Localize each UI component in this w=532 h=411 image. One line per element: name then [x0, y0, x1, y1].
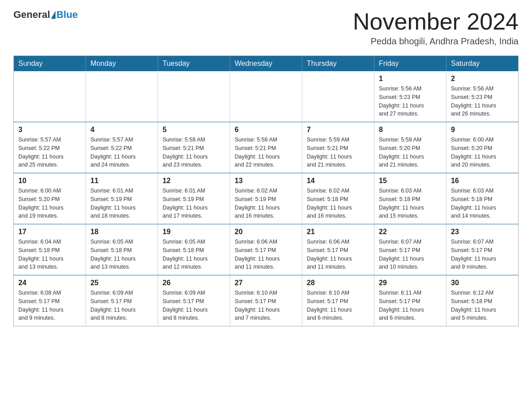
day-info: Sunrise: 6:00 AM Sunset: 5:20 PM Dayligh… — [18, 187, 81, 220]
day-number: 13 — [235, 177, 297, 185]
calendar-cell: 9Sunrise: 6:00 AM Sunset: 5:20 PM Daylig… — [446, 122, 519, 173]
day-number: 1 — [379, 75, 442, 83]
calendar-cell: 3Sunrise: 5:57 AM Sunset: 5:22 PM Daylig… — [14, 122, 86, 173]
day-info: Sunrise: 6:01 AM Sunset: 5:19 PM Dayligh… — [163, 187, 225, 220]
day-number: 28 — [307, 279, 369, 287]
calendar-cell: 11Sunrise: 6:01 AM Sunset: 5:19 PM Dayli… — [86, 173, 158, 224]
calendar-cell: 20Sunrise: 6:06 AM Sunset: 5:17 PM Dayli… — [230, 224, 302, 275]
calendar-cell: 5Sunrise: 5:58 AM Sunset: 5:21 PM Daylig… — [158, 122, 230, 173]
calendar-cell — [86, 71, 158, 122]
day-info: Sunrise: 6:05 AM Sunset: 5:18 PM Dayligh… — [90, 238, 153, 271]
day-number: 2 — [451, 75, 514, 83]
day-number: 9 — [451, 126, 514, 134]
day-info: Sunrise: 6:08 AM Sunset: 5:17 PM Dayligh… — [18, 289, 81, 322]
logo-general-text: General — [13, 9, 50, 21]
day-info: Sunrise: 6:07 AM Sunset: 5:17 PM Dayligh… — [451, 238, 514, 271]
calendar-week-row: 17Sunrise: 6:04 AM Sunset: 5:18 PM Dayli… — [14, 224, 519, 275]
calendar-cell: 26Sunrise: 6:09 AM Sunset: 5:17 PM Dayli… — [158, 275, 230, 326]
day-info: Sunrise: 6:10 AM Sunset: 5:17 PM Dayligh… — [235, 289, 297, 322]
weekday-header-saturday: Saturday — [446, 56, 519, 72]
weekday-header-monday: Monday — [86, 56, 158, 72]
day-number: 6 — [235, 126, 297, 134]
location-title: Pedda bhogili, Andhra Pradesh, India — [353, 36, 519, 47]
weekday-header-wednesday: Wednesday — [230, 56, 302, 72]
weekday-header-sunday: Sunday — [14, 56, 86, 72]
day-info: Sunrise: 6:02 AM Sunset: 5:19 PM Dayligh… — [235, 187, 297, 220]
day-info: Sunrise: 5:56 AM Sunset: 5:23 PM Dayligh… — [379, 85, 442, 118]
calendar-cell: 28Sunrise: 6:10 AM Sunset: 5:17 PM Dayli… — [302, 275, 374, 326]
weekday-header-friday: Friday — [374, 56, 446, 72]
calendar-week-row: 24Sunrise: 6:08 AM Sunset: 5:17 PM Dayli… — [14, 275, 519, 326]
logo-triangle-icon — [51, 11, 56, 19]
day-number: 27 — [235, 279, 297, 287]
day-number: 30 — [451, 279, 514, 287]
day-number: 17 — [18, 228, 81, 236]
weekday-header-tuesday: Tuesday — [158, 56, 230, 72]
day-number: 21 — [307, 228, 369, 236]
calendar-cell: 13Sunrise: 6:02 AM Sunset: 5:19 PM Dayli… — [230, 173, 302, 224]
day-number: 23 — [451, 228, 514, 236]
calendar-cell: 4Sunrise: 5:57 AM Sunset: 5:22 PM Daylig… — [86, 122, 158, 173]
calendar-cell — [230, 71, 302, 122]
day-number: 18 — [90, 228, 153, 236]
calendar-cell — [302, 71, 374, 122]
day-info: Sunrise: 6:07 AM Sunset: 5:17 PM Dayligh… — [379, 238, 442, 271]
calendar-cell: 19Sunrise: 6:05 AM Sunset: 5:18 PM Dayli… — [158, 224, 230, 275]
calendar-cell: 8Sunrise: 5:59 AM Sunset: 5:20 PM Daylig… — [374, 122, 446, 173]
day-number: 26 — [163, 279, 225, 287]
calendar-cell: 23Sunrise: 6:07 AM Sunset: 5:17 PM Dayli… — [446, 224, 519, 275]
day-number: 7 — [307, 126, 369, 134]
day-number: 19 — [163, 228, 225, 236]
calendar-cell: 6Sunrise: 5:58 AM Sunset: 5:21 PM Daylig… — [230, 122, 302, 173]
day-info: Sunrise: 6:04 AM Sunset: 5:18 PM Dayligh… — [18, 238, 81, 271]
day-info: Sunrise: 6:03 AM Sunset: 5:18 PM Dayligh… — [451, 187, 514, 220]
calendar-cell: 27Sunrise: 6:10 AM Sunset: 5:17 PM Dayli… — [230, 275, 302, 326]
day-number: 16 — [451, 177, 514, 185]
weekday-header-thursday: Thursday — [302, 56, 374, 72]
day-info: Sunrise: 5:59 AM Sunset: 5:21 PM Dayligh… — [307, 136, 369, 169]
day-info: Sunrise: 6:10 AM Sunset: 5:17 PM Dayligh… — [307, 289, 369, 322]
calendar-cell: 16Sunrise: 6:03 AM Sunset: 5:18 PM Dayli… — [446, 173, 519, 224]
calendar-week-row: 10Sunrise: 6:00 AM Sunset: 5:20 PM Dayli… — [14, 173, 519, 224]
day-number: 5 — [163, 126, 225, 134]
day-info: Sunrise: 6:01 AM Sunset: 5:19 PM Dayligh… — [90, 187, 153, 220]
day-number: 29 — [379, 279, 442, 287]
logo-blue-text: Blue — [56, 9, 78, 21]
calendar-cell: 21Sunrise: 6:06 AM Sunset: 5:17 PM Dayli… — [302, 224, 374, 275]
day-info: Sunrise: 6:09 AM Sunset: 5:17 PM Dayligh… — [90, 289, 153, 322]
day-info: Sunrise: 5:57 AM Sunset: 5:22 PM Dayligh… — [18, 136, 81, 169]
calendar-week-row: 3Sunrise: 5:57 AM Sunset: 5:22 PM Daylig… — [14, 122, 519, 173]
calendar-cell: 12Sunrise: 6:01 AM Sunset: 5:19 PM Dayli… — [158, 173, 230, 224]
day-info: Sunrise: 6:03 AM Sunset: 5:18 PM Dayligh… — [379, 187, 442, 220]
calendar-cell: 25Sunrise: 6:09 AM Sunset: 5:17 PM Dayli… — [86, 275, 158, 326]
day-info: Sunrise: 6:06 AM Sunset: 5:17 PM Dayligh… — [235, 238, 297, 271]
day-number: 10 — [18, 177, 81, 185]
day-info: Sunrise: 6:12 AM Sunset: 5:18 PM Dayligh… — [451, 289, 514, 322]
day-number: 15 — [379, 177, 442, 185]
calendar-cell: 7Sunrise: 5:59 AM Sunset: 5:21 PM Daylig… — [302, 122, 374, 173]
day-number: 12 — [163, 177, 225, 185]
calendar-cell: 18Sunrise: 6:05 AM Sunset: 5:18 PM Dayli… — [86, 224, 158, 275]
day-info: Sunrise: 6:09 AM Sunset: 5:17 PM Dayligh… — [163, 289, 225, 322]
calendar-cell: 1Sunrise: 5:56 AM Sunset: 5:23 PM Daylig… — [374, 71, 446, 122]
calendar-table: SundayMondayTuesdayWednesdayThursdayFrid… — [13, 56, 519, 326]
day-number: 3 — [18, 126, 81, 134]
calendar-cell: 17Sunrise: 6:04 AM Sunset: 5:18 PM Dayli… — [14, 224, 86, 275]
day-info: Sunrise: 6:05 AM Sunset: 5:18 PM Dayligh… — [163, 238, 225, 271]
calendar-cell: 15Sunrise: 6:03 AM Sunset: 5:18 PM Dayli… — [374, 173, 446, 224]
day-info: Sunrise: 6:00 AM Sunset: 5:20 PM Dayligh… — [451, 136, 514, 169]
day-number: 25 — [90, 279, 153, 287]
calendar-cell — [158, 71, 230, 122]
logo: General Blue — [13, 9, 78, 21]
day-info: Sunrise: 5:58 AM Sunset: 5:21 PM Dayligh… — [163, 136, 225, 169]
day-info: Sunrise: 5:57 AM Sunset: 5:22 PM Dayligh… — [90, 136, 153, 169]
calendar-week-row: 1Sunrise: 5:56 AM Sunset: 5:23 PM Daylig… — [14, 71, 519, 122]
calendar-cell: 29Sunrise: 6:11 AM Sunset: 5:17 PM Dayli… — [374, 275, 446, 326]
day-info: Sunrise: 6:06 AM Sunset: 5:17 PM Dayligh… — [307, 238, 369, 271]
day-number: 4 — [90, 126, 153, 134]
calendar-cell: 2Sunrise: 5:56 AM Sunset: 5:23 PM Daylig… — [446, 71, 519, 122]
day-info: Sunrise: 5:59 AM Sunset: 5:20 PM Dayligh… — [379, 136, 442, 169]
day-number: 14 — [307, 177, 369, 185]
title-section: November 2024 Pedda bhogili, Andhra Prad… — [353, 9, 519, 47]
calendar-cell: 24Sunrise: 6:08 AM Sunset: 5:17 PM Dayli… — [14, 275, 86, 326]
